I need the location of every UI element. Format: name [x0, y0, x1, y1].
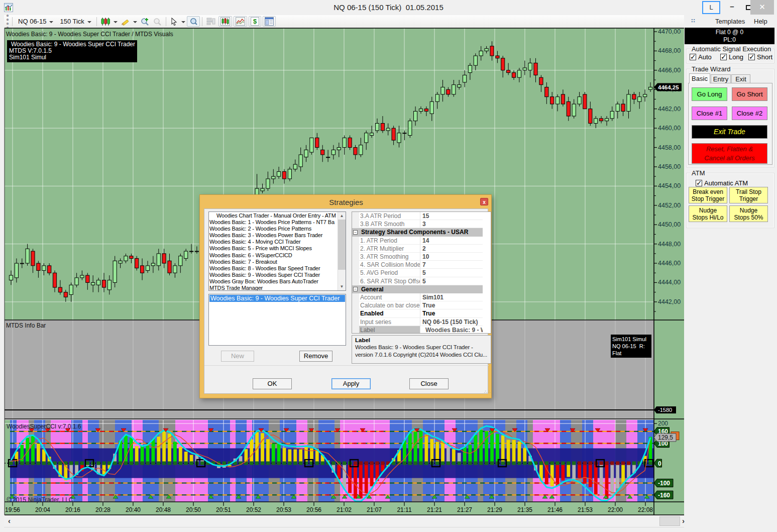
nudge-hilo-button[interactable]: NudgeStops Hi/Lo — [689, 205, 727, 222]
strategy-list-item[interactable]: Woodies Basic: 5 - Price with MCCI Slope… — [209, 245, 337, 252]
strategy-list-item[interactable]: MTDS Trade Manager — [209, 285, 337, 291]
zoom-out-button[interactable] — [151, 17, 164, 27]
automatic-atm-checkbox[interactable]: Automatic ATM — [696, 179, 748, 187]
property-category-row[interactable]: −Strategy Shared Components - USAR — [352, 228, 483, 236]
property-value[interactable]: 5 — [420, 269, 483, 277]
drawing-tools-dropdown[interactable] — [119, 17, 139, 27]
property-value[interactable]: True — [420, 309, 483, 317]
strategy-list-item[interactable]: Woodies Basic: 8 - Woodies Bar Speed Tra… — [209, 265, 337, 272]
tab-exit[interactable]: Exit — [731, 74, 750, 83]
data-box-button[interactable] — [187, 16, 200, 27]
short-checkbox[interactable]: Short — [748, 53, 772, 61]
minimize-button[interactable]: – — [724, 0, 740, 15]
property-category-row[interactable]: −General — [352, 285, 483, 293]
strategy-property-grid[interactable]: 3.A ATR Period153.B ATR Smooth3−Strategy… — [352, 211, 491, 334]
property-row[interactable]: AccountSim101 — [352, 293, 483, 301]
automatic-atm-checkbox-box[interactable] — [696, 180, 702, 186]
property-value[interactable]: 3 — [420, 220, 483, 228]
auto-checkbox[interactable]: Auto — [690, 53, 712, 61]
scroll-right-icon[interactable]: › — [682, 516, 685, 525]
dialog-resize-grip[interactable]: ∴∴ — [484, 391, 489, 396]
link-button[interactable]: L — [702, 1, 720, 14]
property-value[interactable]: NQ 06-15 (150 Tick) — [420, 318, 483, 326]
property-value[interactable]: Sim101 — [420, 293, 483, 301]
strategy-list-item[interactable]: Woodies Basic: 3 - Woodies Power Bars Tr… — [209, 232, 337, 239]
interval-dropdown[interactable]: 150 Tick — [56, 17, 94, 26]
close1-button[interactable]: Close #1 — [692, 107, 727, 120]
zoom-in-button[interactable] — [139, 17, 151, 27]
collapse-icon[interactable]: − — [353, 287, 358, 291]
property-row[interactable]: 4. SAR Collision Mode7 — [352, 261, 483, 269]
strategy-list-item[interactable]: Woodies Basic: 2 - Woodies Price Pattern… — [209, 226, 337, 232]
property-value[interactable]: Woodies Basic: 9 - W — [420, 326, 483, 334]
strategy-list-item[interactable]: Woodies Basic: 1 - Woodies Price Pattern… — [209, 219, 337, 226]
long-checkbox-box[interactable] — [720, 54, 727, 60]
close2-button[interactable]: Close #2 — [732, 107, 767, 120]
cursor-dropdown[interactable] — [168, 17, 187, 27]
property-value[interactable]: 7 — [420, 261, 483, 269]
output-window-button[interactable] — [263, 16, 276, 27]
scroll-left-icon[interactable]: ‹ — [8, 516, 11, 525]
market-analyzer-button[interactable] — [234, 16, 247, 27]
strategy-list-item[interactable]: Woodies Chart Trader - Manual Order Entr… — [209, 212, 337, 219]
property-row[interactable]: 3.B ATR Smooth3 — [352, 220, 483, 228]
trail-stop-button[interactable]: Trail StopTrigger — [729, 187, 768, 203]
property-value[interactable]: 5 — [420, 277, 483, 285]
strategy-list-item[interactable]: Woodies Basic: 6 - WSuperCCICD — [209, 252, 337, 259]
tab-entry[interactable]: Entry — [711, 74, 731, 83]
strategies-list-scrollbar[interactable]: ▲ ▼ — [338, 212, 346, 290]
instrument-dropdown[interactable]: NQ 06-15 — [15, 17, 56, 26]
property-value[interactable]: 2 — [420, 245, 483, 253]
tab-basic[interactable]: Basic — [689, 73, 710, 83]
exit-trade-button[interactable]: Exit Trade — [692, 125, 767, 139]
property-row[interactable]: EnabledTrue — [352, 309, 483, 317]
new-button[interactable]: New — [221, 351, 254, 362]
configured-strategies-list[interactable]: Woodies Basic: 9 - Woodies Super CCI Tra… — [208, 294, 346, 346]
dialog-close-button2[interactable]: Close — [409, 378, 449, 389]
property-row[interactable]: Input seriesNQ 06-15 (150 Tick) — [352, 318, 483, 326]
property-row[interactable]: 3.A ATR Period15 — [352, 212, 483, 220]
auto-checkbox-box[interactable] — [690, 54, 696, 60]
remove-button[interactable]: Remove — [299, 351, 332, 362]
strategy-list-item[interactable]: Woodies Gray Box: Woodies Bars AutoTrade… — [209, 278, 337, 285]
property-row[interactable]: 6. SAR ATR Stop Offse5 — [352, 277, 483, 285]
reset-flatten-button[interactable]: Reset, Flatten & Cancel all Orders — [692, 143, 767, 164]
available-strategies-list[interactable]: Woodies Chart Trader - Manual Order Entr… — [208, 211, 346, 291]
property-value[interactable]: 10 — [420, 253, 483, 261]
property-row[interactable]: 5. AVG Period5 — [352, 269, 483, 277]
ok-button[interactable]: OK — [253, 378, 292, 389]
property-value[interactable]: 15 — [420, 212, 483, 220]
break-even-button[interactable]: Break evenStop Trigger — [689, 187, 727, 203]
scrollbar-thumb[interactable] — [659, 516, 680, 526]
toolbar-grip-icon[interactable]: ●●●● — [6, 14, 9, 30]
go-short-button[interactable]: Go Short — [732, 87, 767, 101]
apply-button[interactable]: Apply — [331, 378, 371, 389]
strategy-list-item[interactable]: Woodies Basic: 4 - Moving CCI Trader — [209, 239, 337, 245]
chart-trader-button[interactable] — [204, 17, 217, 27]
property-row[interactable]: 1. ATR Period14 — [352, 237, 483, 245]
new-chart-button[interactable] — [218, 16, 232, 27]
long-checkbox[interactable]: Long — [720, 53, 743, 61]
collapse-icon[interactable]: − — [353, 230, 358, 235]
nudge-50-button[interactable]: NudgeStops 50% — [729, 205, 768, 222]
property-row[interactable]: 3. ATR Smoothing10 — [352, 253, 483, 261]
menu-help[interactable]: Help — [754, 18, 767, 25]
strategy-list-item[interactable]: Woodies Basic: 9 - Woodies Super CCI Tra… — [209, 272, 337, 278]
property-row[interactable]: 2. ATR Multiplier2 — [352, 245, 483, 253]
selected-strategy-item[interactable]: Woodies Basic: 9 - Woodies Super CCI Tra… — [209, 295, 345, 302]
strategy-list-item[interactable]: Woodies Basic: 7 - Breakout — [209, 259, 337, 265]
dialog-close-button[interactable]: x — [480, 198, 488, 205]
chart-style-dropdown[interactable] — [99, 17, 119, 27]
scrollbar-thumb[interactable] — [338, 220, 346, 270]
property-value[interactable]: True — [420, 301, 483, 309]
scroll-down-icon[interactable]: ▼ — [338, 283, 346, 290]
property-row[interactable]: LabelWoodies Basic: 9 - W — [352, 326, 483, 334]
short-checkbox-box[interactable] — [748, 54, 755, 60]
horizontal-scrollbar[interactable]: ‹ › — [4, 515, 684, 527]
scroll-up-icon[interactable]: ▲ — [338, 212, 346, 220]
close-button[interactable]: ✕ — [750, 0, 774, 15]
account-data-button[interactable]: $ — [249, 16, 261, 27]
panel-grip-icon[interactable]: ∷ — [691, 18, 696, 24]
property-value[interactable]: 14 — [420, 237, 483, 245]
go-long-button[interactable]: Go Long — [692, 87, 727, 101]
